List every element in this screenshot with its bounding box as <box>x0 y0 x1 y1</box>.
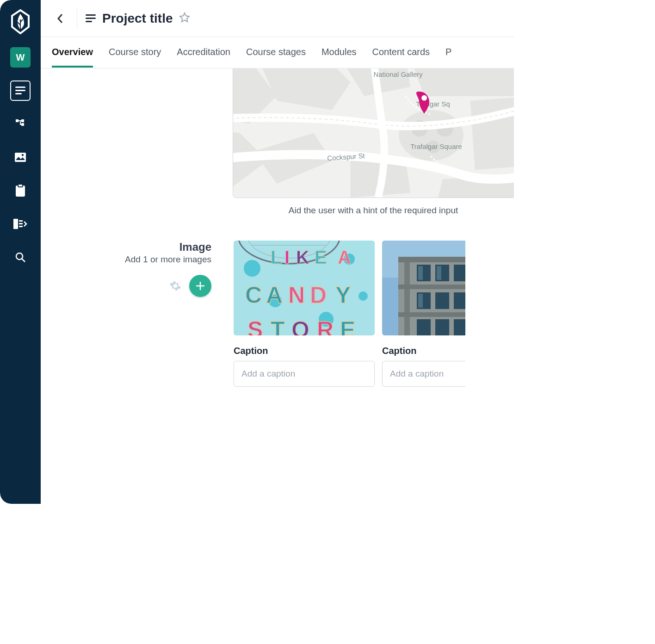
svg-text:E: E <box>315 247 327 267</box>
svg-rect-18 <box>86 21 92 22</box>
workspace-initial: W <box>16 52 25 63</box>
svg-rect-12 <box>19 223 23 224</box>
sidebar-item-search[interactable] <box>10 247 31 267</box>
tab-more[interactable]: P <box>445 37 451 68</box>
svg-rect-66 <box>404 317 410 335</box>
image-card: Caption <box>382 241 465 387</box>
svg-rect-69 <box>454 265 465 281</box>
svg-text:N: N <box>288 282 305 308</box>
panel-expand-icon <box>13 219 27 229</box>
svg-point-20 <box>399 110 463 161</box>
caption-label: Caption <box>234 346 375 356</box>
svg-point-30 <box>421 95 427 101</box>
caption-label: Caption <box>382 346 465 356</box>
svg-rect-74 <box>435 319 449 335</box>
svg-text:I: I <box>284 247 290 267</box>
tab-course-story[interactable]: Course story <box>109 37 161 68</box>
svg-text:R: R <box>317 317 334 335</box>
svg-rect-61 <box>398 257 465 262</box>
svg-rect-17 <box>86 18 96 19</box>
map-hint: Aid the user with a hint of the required… <box>233 205 514 216</box>
svg-rect-3 <box>16 119 19 122</box>
svg-rect-72 <box>454 292 465 309</box>
svg-text:E: E <box>340 317 355 335</box>
page-title: Project title <box>102 11 173 26</box>
svg-rect-65 <box>404 289 410 312</box>
svg-text:K: K <box>296 247 309 267</box>
project-icon <box>86 14 96 23</box>
sidebar-item-project[interactable] <box>10 80 31 101</box>
svg-line-15 <box>22 259 25 262</box>
svg-text:D: D <box>310 282 327 308</box>
svg-rect-62 <box>398 285 465 289</box>
divider <box>77 7 77 30</box>
tab-overview[interactable]: Overview <box>52 37 93 68</box>
svg-rect-63 <box>398 312 465 317</box>
image-field-title: Image <box>41 241 211 254</box>
building-image <box>382 241 465 335</box>
svg-text:A: A <box>338 247 351 267</box>
tab-course-stages[interactable]: Course stages <box>246 37 306 68</box>
svg-rect-5 <box>21 119 24 122</box>
image-field-subtitle: Add 1 or more images <box>41 254 211 265</box>
svg-point-14 <box>16 253 23 260</box>
sidebar-item-media[interactable] <box>10 147 31 167</box>
sidebar: W <box>0 0 41 504</box>
sidebar-item-workspace[interactable]: W <box>10 47 31 68</box>
search-icon <box>15 252 26 263</box>
svg-rect-16 <box>86 14 96 16</box>
image-thumbnail[interactable]: L I K E A C A N D Y <box>234 241 375 335</box>
svg-text:O: O <box>291 317 309 335</box>
tab-content-cards[interactable]: Content cards <box>372 37 430 68</box>
favorite-button[interactable] <box>179 12 190 25</box>
image-settings-button[interactable] <box>167 278 184 294</box>
svg-rect-0 <box>15 87 25 88</box>
caption-input[interactable] <box>382 361 465 387</box>
plus-icon <box>195 281 205 291</box>
tab-accreditation[interactable]: Accreditation <box>177 37 230 68</box>
svg-text:C: C <box>245 282 262 308</box>
back-button[interactable] <box>52 10 68 27</box>
svg-rect-71 <box>435 292 449 309</box>
svg-text:T: T <box>271 317 285 335</box>
svg-rect-4 <box>21 123 24 126</box>
image-field-header: Image Add 1 or more images <box>41 241 219 387</box>
svg-point-38 <box>358 291 368 301</box>
tab-modules[interactable]: Modules <box>321 37 357 68</box>
svg-text:S: S <box>247 317 263 335</box>
image-card: L I K E A C A N D Y <box>234 241 375 387</box>
svg-text:A: A <box>266 282 283 308</box>
image-icon <box>14 152 26 162</box>
clipboard-icon <box>15 184 26 197</box>
star-icon <box>179 12 190 23</box>
svg-rect-73 <box>417 319 431 335</box>
tree-icon <box>15 118 26 130</box>
svg-point-7 <box>22 154 24 156</box>
svg-text:Y: Y <box>335 282 351 308</box>
svg-rect-75 <box>454 319 465 335</box>
image-thumbnail[interactable] <box>382 241 465 335</box>
map-preview: National Gallery Trafalgar Square algar … <box>233 68 514 198</box>
header: Project title <box>41 0 514 37</box>
svg-rect-1 <box>15 90 25 91</box>
svg-rect-64 <box>404 262 410 285</box>
svg-text:National Gallery: National Gallery <box>374 70 423 78</box>
svg-rect-11 <box>19 220 23 222</box>
svg-text:Trafalgar Square: Trafalgar Square <box>410 142 462 150</box>
chevron-left-icon <box>57 13 63 24</box>
add-image-button[interactable] <box>189 275 211 297</box>
caption-input[interactable] <box>234 361 375 387</box>
sidebar-item-clipboard[interactable] <box>10 180 31 201</box>
svg-rect-13 <box>19 226 23 227</box>
content-area: National Gallery Trafalgar Square algar … <box>41 68 514 504</box>
svg-rect-10 <box>13 219 18 229</box>
svg-rect-2 <box>15 93 22 94</box>
sidebar-item-structure[interactable] <box>10 114 31 134</box>
app-logo[interactable] <box>10 9 31 34</box>
map-field[interactable]: National Gallery Trafalgar Square algar … <box>233 68 514 198</box>
sidebar-item-panel[interactable] <box>10 214 31 234</box>
svg-rect-9 <box>18 184 23 187</box>
svg-rect-76 <box>418 266 423 280</box>
horizontal-lines-icon <box>15 87 25 95</box>
candy-cookies-image: L I K E A C A N D Y <box>234 241 375 335</box>
